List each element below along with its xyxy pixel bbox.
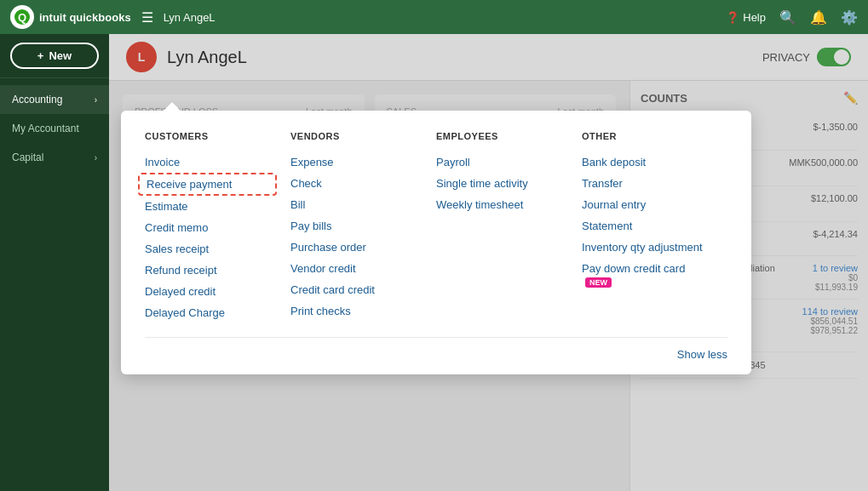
single-time-activity-item[interactable]: Single time activity xyxy=(436,173,568,194)
sidebar-item-my-accountant[interactable]: My Accountant xyxy=(0,114,109,143)
other-column: OTHER Bank deposit Transfer Journal entr… xyxy=(582,131,727,323)
check-item[interactable]: Check xyxy=(290,173,423,194)
hamburger-button[interactable]: ☰ xyxy=(141,9,153,26)
invoice-item[interactable]: Invoice xyxy=(145,151,277,173)
new-dropdown-menu: CUSTOMERS Invoice Receive payment Estima… xyxy=(121,111,751,374)
weekly-timesheet-item[interactable]: Weekly timesheet xyxy=(436,194,568,215)
refund-receipt-item[interactable]: Refund receipt xyxy=(145,260,277,281)
other-header: OTHER xyxy=(582,131,714,141)
transfer-item[interactable]: Transfer xyxy=(582,173,714,194)
customers-header: CUSTOMERS xyxy=(145,131,277,141)
main-content-area: L Lyn AngeL PRIVACY PROFIT AND LOSS Last… xyxy=(109,34,868,491)
purchase-order-item[interactable]: Purchase order xyxy=(290,237,423,258)
sidebar-item-accounting[interactable]: Accounting › xyxy=(0,85,109,114)
dropdown-columns: CUSTOMERS Invoice Receive payment Estima… xyxy=(145,131,727,323)
vendor-credit-item[interactable]: Vendor credit xyxy=(290,258,423,279)
top-nav-left: Q intuit quickbooks ☰ Lyn AngeL xyxy=(10,5,216,29)
pay-down-credit-card-item[interactable]: Pay down credit card New xyxy=(582,258,714,292)
customers-column: CUSTOMERS Invoice Receive payment Estima… xyxy=(145,131,290,323)
top-nav-right: ❓ Help 🔍 🔔 ⚙️ xyxy=(726,9,858,26)
search-button[interactable]: 🔍 xyxy=(779,9,796,26)
new-button[interactable]: + New xyxy=(10,43,99,69)
sidebar-menu: Accounting › My Accountant Capital › xyxy=(0,78,109,491)
top-navigation: Q intuit quickbooks ☰ Lyn AngeL ❓ Help 🔍… xyxy=(0,0,868,34)
dropdown-footer: Show less xyxy=(145,337,727,361)
plus-icon: + xyxy=(37,49,44,62)
print-checks-item[interactable]: Print checks xyxy=(290,300,423,322)
estimate-item[interactable]: Estimate xyxy=(145,196,277,217)
pay-bills-item[interactable]: Pay bills xyxy=(290,215,423,237)
bell-icon: 🔔 xyxy=(810,9,827,26)
delayed-credit-item[interactable]: Delayed credit xyxy=(145,281,277,302)
help-button[interactable]: ❓ Help xyxy=(726,11,766,24)
journal-entry-item[interactable]: Journal entry xyxy=(582,194,714,215)
dropdown-arrow xyxy=(164,102,181,111)
settings-button[interactable]: ⚙️ xyxy=(841,9,858,26)
notifications-button[interactable]: 🔔 xyxy=(810,9,827,26)
employees-header: EMPLOYEES xyxy=(436,131,568,141)
chevron-right-icon-capital: › xyxy=(95,153,97,163)
sales-receipt-item[interactable]: Sales receipt xyxy=(145,238,277,260)
sidebar-item-capital[interactable]: Capital › xyxy=(0,143,109,172)
vendors-column: VENDORS Expense Check Bill Pay bills Pur… xyxy=(290,131,436,323)
bill-item[interactable]: Bill xyxy=(290,194,423,215)
sidebar: + New Accounting › My Accountant Capital… xyxy=(0,34,109,491)
help-circle-icon: ❓ xyxy=(726,11,739,24)
chevron-right-icon: › xyxy=(95,95,97,105)
expense-item[interactable]: Expense xyxy=(290,151,423,173)
search-icon: 🔍 xyxy=(779,9,796,26)
bank-deposit-item[interactable]: Bank deposit xyxy=(582,151,714,173)
delayed-charge-item[interactable]: Delayed Charge xyxy=(145,302,277,323)
vendors-header: VENDORS xyxy=(290,131,423,141)
new-button-container: + New xyxy=(0,34,109,78)
inventory-qty-item[interactable]: Inventory qty adjustment xyxy=(582,237,714,258)
payroll-item[interactable]: Payroll xyxy=(436,151,568,173)
receive-payment-item[interactable]: Receive payment xyxy=(138,173,277,196)
statement-item[interactable]: Statement xyxy=(582,215,714,237)
credit-card-credit-item[interactable]: Credit card credit xyxy=(290,279,423,300)
company-name: Lyn AngeL xyxy=(164,11,216,24)
quickbooks-logo: Q intuit quickbooks xyxy=(10,5,131,29)
new-badge: New xyxy=(585,277,612,288)
employees-column: EMPLOYEES Payroll Single time activity W… xyxy=(436,131,582,323)
show-less-button[interactable]: Show less xyxy=(677,348,727,361)
credit-memo-item[interactable]: Credit memo xyxy=(145,217,277,238)
qb-logo-text: intuit quickbooks xyxy=(39,11,131,24)
gear-icon: ⚙️ xyxy=(841,9,858,26)
svg-text:Q: Q xyxy=(18,11,26,24)
qb-logo-icon: Q xyxy=(10,5,34,29)
